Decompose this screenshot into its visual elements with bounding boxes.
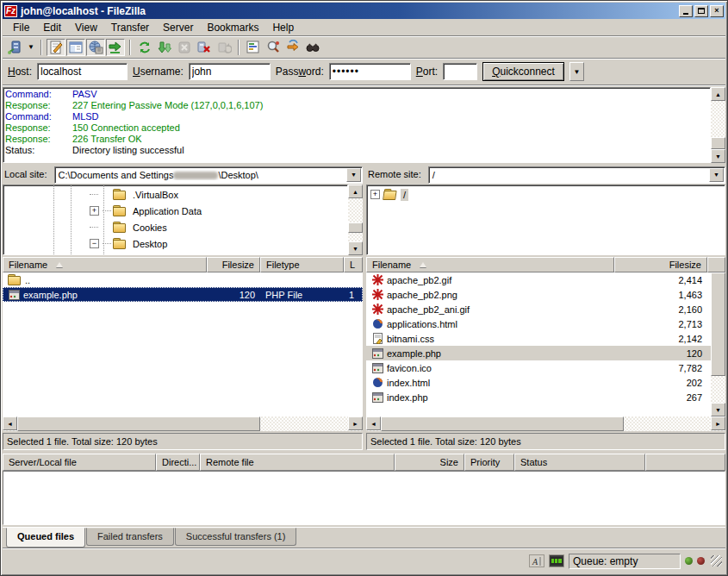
quickconnect-button[interactable]: Quickconnect [482, 62, 564, 81]
column-filetype[interactable]: Filetype [260, 257, 344, 272]
expand-icon[interactable]: + [370, 190, 380, 199]
tab-queued-files[interactable]: Queued files [6, 528, 85, 548]
toggle-local-tree-icon[interactable] [66, 39, 85, 56]
log-text: 226 Transfer OK [72, 134, 142, 145]
image-file-icon [371, 304, 383, 315]
filter-icon[interactable] [244, 39, 263, 56]
tree-item[interactable]: + / [367, 186, 725, 203]
php-file-icon [371, 347, 383, 359]
tree-item[interactable]: +Cookies [3, 219, 347, 235]
log-label: Command: [5, 111, 72, 122]
toggle-queue-icon[interactable] [106, 39, 125, 56]
local-tree: +.VirtualBox +Application Data +Cookies … [3, 185, 348, 255]
column-filesize[interactable]: Filesize [207, 257, 260, 272]
queue-list[interactable] [3, 471, 725, 525]
column-server-local-file[interactable]: Server/Local file [3, 454, 156, 471]
file-row[interactable]: bitnami.css 2,142 [366, 331, 711, 346]
log-scrollbar[interactable]: ▲ ▼ [711, 87, 725, 163]
file-row[interactable]: apache_pb2_ani.gif 2,160 [366, 302, 711, 316]
tree-item[interactable]: +Application Data [3, 203, 347, 219]
maximize-button[interactable] [694, 5, 708, 17]
column-filesize[interactable]: Filesize [614, 257, 707, 272]
scrollbar-thumb[interactable] [348, 222, 363, 233]
tree-item[interactable]: −Desktop [3, 235, 347, 252]
port-label: Port: [416, 66, 438, 78]
file-row[interactable]: apache_pb2.png 1,463 [366, 287, 711, 302]
log-label: Status: [5, 145, 72, 156]
remote-vertical-scrollbar[interactable]: ▼ [711, 272, 725, 416]
scroll-down-icon[interactable]: ▼ [348, 241, 363, 255]
remote-site-combobox[interactable]: / ▼ [428, 166, 725, 184]
menu-bookmarks[interactable]: Bookmarks [200, 20, 265, 35]
password-input[interactable] [329, 63, 411, 80]
column-filename[interactable]: Filename [366, 257, 614, 272]
site-manager-dropdown[interactable]: ▼ [26, 39, 36, 56]
menu-edit[interactable]: Edit [36, 20, 68, 35]
column-filename[interactable]: Filename [3, 257, 207, 272]
resize-grip[interactable] [711, 555, 722, 567]
column-priority[interactable]: Priority [464, 454, 514, 471]
file-row[interactable]: index.php 267 [366, 390, 711, 404]
scrollbar-thumb[interactable] [17, 416, 260, 431]
scroll-left-icon[interactable]: ◄ [3, 416, 17, 430]
tree-item[interactable]: +.VirtualBox [3, 186, 347, 203]
scrollbar-thumb[interactable] [711, 272, 725, 376]
menu-transfer[interactable]: Transfer [104, 20, 156, 35]
scroll-down-icon[interactable]: ▼ [711, 149, 725, 163]
column-last-modified[interactable]: L [344, 257, 363, 272]
file-row[interactable]: index.html 202 [366, 375, 711, 390]
local-site-dropdown[interactable]: ▼ [346, 168, 361, 182]
css-file-icon [371, 333, 383, 344]
remote-site-dropdown[interactable]: ▼ [709, 168, 724, 182]
scroll-left-icon[interactable]: ◄ [366, 416, 381, 430]
compare-icon[interactable] [264, 39, 283, 56]
menu-server[interactable]: Server [156, 20, 200, 35]
column-direction[interactable]: Directi... [156, 454, 200, 471]
data-type-icon: A [529, 554, 544, 567]
file-row[interactable]: apache_pb2.gif 2,414 [366, 272, 711, 287]
title-bar[interactable]: Fz john@localhost - FileZilla × [3, 3, 725, 19]
file-row[interactable]: example.php 120 PHP File 1 [3, 287, 363, 302]
file-row[interactable]: applications.html 2,713 [366, 316, 711, 331]
sync-browse-icon[interactable] [283, 39, 302, 56]
scroll-right-icon[interactable]: ► [711, 416, 725, 430]
disconnect-icon[interactable] [195, 39, 214, 56]
username-input[interactable] [189, 63, 271, 80]
menu-help[interactable]: Help [265, 20, 301, 35]
column-status[interactable]: Status [514, 454, 645, 471]
local-horizontal-scrollbar[interactable]: ◄ ► [3, 416, 363, 431]
refresh-icon[interactable] [135, 39, 154, 56]
column-remote-file[interactable]: Remote file [200, 454, 395, 471]
port-input[interactable] [443, 63, 477, 80]
scroll-up-icon[interactable]: ▲ [348, 185, 363, 198]
tab-failed-transfers[interactable]: Failed transfers [86, 528, 174, 546]
collapse-icon[interactable]: − [90, 239, 99, 248]
host-input[interactable] [37, 63, 128, 80]
host-label: Host: [8, 66, 32, 78]
scroll-down-icon[interactable]: ▼ [711, 403, 725, 416]
quickconnect-dropdown[interactable]: ▼ [569, 62, 584, 81]
log-text: 150 Connection accepted [72, 122, 180, 134]
toggle-remote-tree-icon[interactable] [86, 39, 105, 56]
close-button[interactable]: × [710, 5, 724, 17]
scroll-right-icon[interactable]: ► [348, 416, 363, 430]
menu-view[interactable]: View [68, 20, 104, 35]
remote-horizontal-scrollbar[interactable]: ◄ ► [366, 416, 725, 431]
minimize-button[interactable] [679, 5, 693, 17]
menu-file[interactable]: File [6, 20, 36, 35]
column-size[interactable]: Size [395, 454, 464, 471]
find-icon[interactable] [303, 39, 322, 56]
site-manager-icon[interactable] [6, 39, 25, 56]
expand-icon[interactable]: + [90, 206, 99, 216]
file-row[interactable]: .. [3, 272, 363, 287]
local-tree-scrollbar[interactable]: ▲ ▼ [348, 185, 363, 255]
toggle-log-icon[interactable] [47, 39, 65, 56]
scrollbar-thumb[interactable] [711, 137, 725, 149]
scroll-up-icon[interactable]: ▲ [711, 87, 725, 101]
tab-successful-transfers[interactable]: Successful transfers (1) [175, 528, 297, 546]
local-site-combobox[interactable]: C:\Documents and Settings\Desktop\ ▼ [54, 166, 363, 184]
file-row[interactable]: example.php 120 [366, 346, 711, 360]
process-queue-icon[interactable] [155, 39, 174, 56]
file-row[interactable]: favicon.ico 7,782 [366, 360, 711, 375]
scrollbar-thumb[interactable] [381, 416, 624, 431]
